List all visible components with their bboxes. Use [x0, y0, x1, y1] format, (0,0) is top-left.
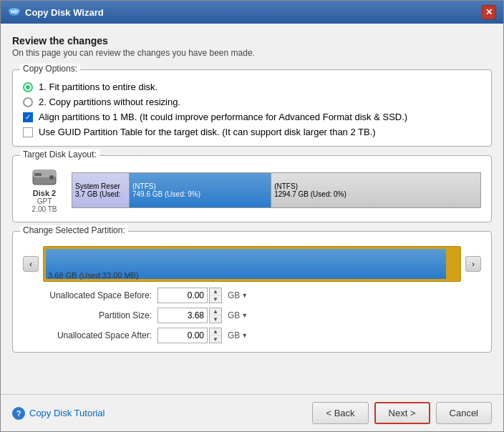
option-2-row[interactable]: 2. Copy partitions without resizing.	[23, 97, 481, 107]
unallocated-after-unit[interactable]: GB ▼	[228, 330, 248, 340]
unallocated-before-input[interactable]	[158, 288, 208, 303]
partition-ntfs2-name: (NTFS)	[274, 182, 478, 190]
partition-ntfs2-detail: 1294.7 GB (Used: 0%)	[274, 190, 478, 198]
change-partition-content: ‹ 3.68 GB (Used:33.00 MB) › Unallocated …	[23, 246, 481, 343]
wizard-icon: HD	[8, 6, 21, 19]
option3-label: Align partitions to 1 MB. (It could impr…	[39, 112, 407, 122]
title-bar-left: HD Copy Disk Wizard	[8, 6, 104, 19]
title-bar: HD Copy Disk Wizard ✕	[1, 1, 503, 24]
review-header: Review the changes On this page you can …	[12, 35, 492, 58]
footer-buttons: < Back Next > Cancel	[312, 402, 492, 424]
partition-size-up[interactable]: ▲	[210, 308, 221, 315]
content-area: Review the changes On this page you can …	[1, 24, 503, 394]
svg-text:HD: HD	[11, 9, 18, 14]
unallocated-before-unit[interactable]: GB ▼	[228, 290, 248, 300]
review-heading: Review the changes	[12, 35, 492, 46]
target-disk-label: Target Disk Layout:	[20, 149, 100, 159]
change-partition-section: Change Selected Partition: ‹ 3.68 GB (Us…	[12, 231, 492, 353]
partition-size-row: Partition Size: ▲ ▼ GB ▼	[23, 308, 481, 323]
change-partition-label: Change Selected Partition:	[20, 225, 128, 235]
option1-label: 1. Fit partitions to entire disk.	[39, 82, 158, 92]
unallocated-after-arrows: ▲ ▼	[209, 328, 222, 343]
partition-ntfs1[interactable]: (NTFS) 749.6 GB (Used: 9%)	[130, 173, 271, 207]
disk-name: Disk 2	[33, 189, 56, 197]
option2-label: 2. Copy partitions without resizing.	[39, 97, 180, 107]
footer: ? Copy Disk Tutorial < Back Next > Cance…	[1, 394, 503, 431]
partition-size-input[interactable]	[158, 308, 208, 323]
partition-bar-label: 3.68 GB (Used:33.00 MB)	[48, 271, 139, 280]
disk-icon	[32, 167, 57, 187]
disk-info: Disk 2 GPT 2.00 TB	[23, 167, 66, 213]
option4-label: Use GUID Partition Table for the target …	[39, 127, 376, 137]
next-button[interactable]: Next >	[374, 402, 430, 424]
partition-bar: 3.68 GB (Used:33.00 MB)	[43, 246, 461, 282]
copy-options-list: 1. Fit partitions to entire disk. 2. Cop…	[23, 82, 481, 137]
radio-option1[interactable]	[23, 82, 33, 92]
disk-partitions: System Reser 3.7 GB (Used: (NTFS) 749.6 …	[72, 172, 481, 208]
window-title: Copy Disk Wizard	[25, 7, 104, 18]
copy-options-label: Copy Options:	[20, 64, 80, 74]
partition-slider-container: ‹ 3.68 GB (Used:33.00 MB) ›	[23, 246, 481, 282]
slider-right-arrow[interactable]: ›	[465, 256, 481, 272]
radio-option2[interactable]	[23, 97, 33, 107]
option-4-row[interactable]: Use GUID Partition Table for the target …	[23, 127, 481, 137]
window: HD Copy Disk Wizard ✕ Review the changes…	[0, 0, 504, 432]
partition-size-unit[interactable]: GB ▼	[228, 310, 248, 320]
tutorial-link[interactable]: Copy Disk Tutorial	[29, 408, 105, 418]
footer-left: ? Copy Disk Tutorial	[12, 407, 105, 420]
partition-size-label: Partition Size:	[23, 310, 152, 320]
unallocated-before-spinner: ▲ ▼	[158, 288, 222, 303]
spinner-group: Unallocated Space Before: ▲ ▼ GB ▼	[23, 288, 481, 343]
target-disk-section: Target Disk Layout: Disk 2 GPT 2.00 TB	[12, 155, 492, 222]
unallocated-after-spinner: ▲ ▼	[158, 328, 222, 343]
disk-size: 2.00 TB	[32, 205, 57, 213]
svg-rect-6	[34, 173, 42, 176]
partition-size-arrows: ▲ ▼	[209, 308, 222, 323]
target-disk-layout: Disk 2 GPT 2.00 TB System Reser 3.7 GB (…	[23, 167, 481, 213]
partition-size-down[interactable]: ▼	[210, 315, 221, 323]
checkbox-option4[interactable]	[23, 127, 33, 137]
option-1-row[interactable]: 1. Fit partitions to entire disk.	[23, 82, 481, 92]
unallocated-after-row: Unallocated Space After: ▲ ▼ GB ▼	[23, 328, 481, 343]
partition-ntfs1-detail: 749.6 GB (Used: 9%)	[132, 190, 268, 198]
svg-point-5	[49, 175, 54, 180]
checkbox-option3[interactable]: ✓	[23, 112, 33, 122]
unallocated-after-input[interactable]	[158, 328, 208, 343]
copy-options-section: Copy Options: 1. Fit partitions to entir…	[12, 69, 492, 147]
slider-left-arrow[interactable]: ‹	[23, 256, 39, 272]
unallocated-before-row: Unallocated Space Before: ▲ ▼ GB ▼	[23, 288, 481, 303]
unallocated-before-arrows: ▲ ▼	[209, 288, 222, 303]
partition-system-name: System Reser	[75, 182, 126, 190]
unallocated-before-label: Unallocated Space Before:	[23, 290, 152, 300]
partition-ntfs2[interactable]: (NTFS) 1294.7 GB (Used: 0%)	[271, 173, 480, 207]
help-icon[interactable]: ?	[12, 407, 25, 420]
back-button[interactable]: < Back	[312, 402, 368, 424]
disk-type: GPT	[37, 197, 52, 205]
partition-system[interactable]: System Reser 3.7 GB (Used:	[72, 173, 130, 207]
unallocated-before-down[interactable]: ▼	[210, 295, 221, 303]
option-3-row[interactable]: ✓ Align partitions to 1 MB. (It could im…	[23, 112, 481, 122]
unallocated-after-label: Unallocated Space After:	[23, 330, 152, 340]
unallocated-after-up[interactable]: ▲	[210, 328, 221, 335]
close-button[interactable]: ✕	[482, 5, 496, 19]
partition-ntfs1-name: (NTFS)	[132, 182, 268, 190]
review-subtext: On this page you can review the changes …	[12, 48, 492, 58]
unallocated-after-down[interactable]: ▼	[210, 335, 221, 343]
partition-system-detail: 3.7 GB (Used:	[75, 190, 126, 198]
cancel-button[interactable]: Cancel	[436, 402, 492, 424]
partition-size-spinner: ▲ ▼	[158, 308, 222, 323]
unallocated-before-up[interactable]: ▲	[210, 288, 221, 295]
